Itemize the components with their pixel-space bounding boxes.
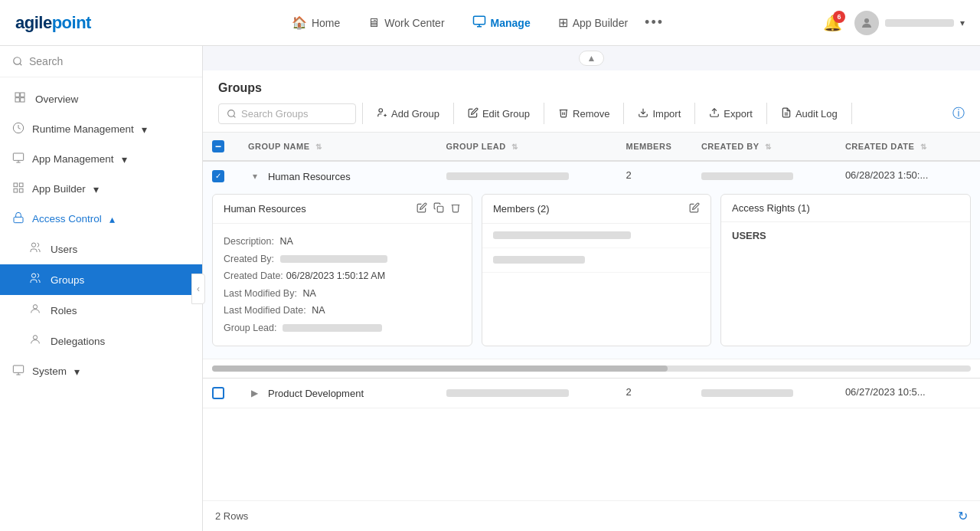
- row-checkbox[interactable]: ✓: [212, 170, 224, 182]
- group-name: Product Development: [268, 388, 364, 399]
- info-icon[interactable]: ⓘ: [952, 106, 965, 122]
- top-collapse-bar: ▲: [203, 46, 980, 70]
- delete-icon[interactable]: [450, 202, 461, 215]
- search-groups-input[interactable]: Search Groups: [218, 103, 356, 124]
- sidebar-item-overview[interactable]: Overview: [0, 84, 202, 114]
- toolbar-divider-1: [362, 103, 363, 124]
- toolbar-divider-5: [694, 103, 695, 124]
- last-modified-date-value: NA: [309, 302, 325, 320]
- col-created-date: CREATED DATE: [845, 142, 915, 151]
- sidebar-item-users[interactable]: Users: [0, 234, 202, 264]
- members-panel-title: Members (2): [493, 203, 550, 215]
- sidebar-item-system[interactable]: System ▾: [0, 356, 202, 386]
- search-label: Search: [29, 55, 63, 67]
- table-header-row: − GROUP NAME ⇅ GROUP LEAD ⇅ ME: [203, 133, 980, 161]
- sidebar-item-runtime-management[interactable]: Runtime Management ▾: [0, 114, 202, 144]
- sort-createddate-icon: ⇅: [920, 143, 927, 151]
- row-checkbox-cell[interactable]: ✓: [203, 379, 239, 408]
- row-checkbox[interactable]: ✓: [212, 387, 224, 399]
- svg-rect-12: [19, 188, 23, 192]
- access-rights-panel-header: Access Rights (1): [721, 195, 970, 222]
- logo[interactable]: agilepoint: [15, 13, 91, 33]
- row-lead-cell: [437, 161, 617, 191]
- export-button[interactable]: Export: [701, 103, 760, 124]
- sidebar-collapse-button[interactable]: ‹: [191, 274, 205, 304]
- user-menu[interactable]: ▾: [854, 11, 965, 35]
- edit-group-icon: [468, 107, 479, 120]
- th-group-name[interactable]: GROUP NAME ⇅: [239, 133, 437, 161]
- sort-lead-icon: ⇅: [511, 143, 518, 151]
- nav-home[interactable]: 🏠 Home: [281, 9, 351, 36]
- detail-cell: Human Resources: [203, 191, 980, 359]
- grid-icon: ⊞: [558, 15, 568, 30]
- th-created-date[interactable]: CREATED DATE ⇅: [836, 133, 980, 161]
- edit-group-button[interactable]: Edit Group: [460, 103, 537, 124]
- home-icon: 🏠: [292, 15, 307, 30]
- svg-point-15: [31, 274, 35, 277]
- search-icon: [12, 56, 23, 67]
- overview-label: Overview: [35, 93, 190, 105]
- audit-log-button[interactable]: Audit Log: [773, 103, 845, 124]
- nav-workcenter[interactable]: 🖥 Work Center: [357, 10, 455, 36]
- copy-icon[interactable]: [433, 202, 444, 215]
- app-builder-icon: [12, 182, 24, 196]
- row-expand-arrow[interactable]: ▾: [248, 169, 262, 183]
- notifications-button[interactable]: 🔔 6: [823, 14, 842, 32]
- members-panel-header: Members (2): [482, 195, 710, 224]
- sidebar-item-roles[interactable]: Roles: [0, 295, 202, 326]
- nav-items: 🏠 Home 🖥 Work Center Manage ⊞ App Builde…: [122, 8, 823, 38]
- row-checkbox-cell[interactable]: ✓: [203, 161, 239, 191]
- sidebar-item-app-management[interactable]: App Management ▾: [0, 144, 202, 174]
- sidebar: Search Overview Runtime Management ▾: [0, 46, 203, 531]
- runtime-icon: [12, 122, 24, 136]
- members-edit-icon[interactable]: [689, 202, 700, 215]
- user-name: [885, 19, 954, 27]
- add-group-button[interactable]: Add Group: [369, 103, 447, 124]
- sidebar-item-access-control[interactable]: Access Control ▴: [0, 204, 202, 234]
- svg-point-14: [31, 243, 35, 247]
- edit-icon[interactable]: [416, 202, 427, 215]
- nav-appbuilder[interactable]: ⊞ App Builder: [547, 9, 639, 36]
- table-detail-row: Human Resources: [203, 191, 980, 359]
- sidebar-item-groups[interactable]: Groups: [0, 264, 202, 295]
- refresh-icon[interactable]: ↻: [958, 509, 968, 523]
- row-expand-arrow[interactable]: ▶: [248, 386, 262, 400]
- sidebar-search[interactable]: Search: [0, 46, 202, 77]
- delegations-icon: [28, 333, 43, 349]
- toolbar-divider-7: [851, 103, 852, 124]
- top-collapse-button[interactable]: ▲: [579, 51, 605, 66]
- runtime-label: Runtime Management: [32, 123, 134, 135]
- created-by-blurred: [701, 389, 793, 397]
- sidebar-item-app-builder[interactable]: App Builder ▾: [0, 174, 202, 204]
- more-options-button[interactable]: •••: [645, 15, 664, 31]
- created-date: 06/28/2023 1:50:...: [845, 169, 928, 181]
- roles-label: Roles: [51, 305, 190, 316]
- th-group-lead[interactable]: GROUP LEAD ⇅: [437, 133, 617, 161]
- nav-manage[interactable]: Manage: [462, 8, 541, 38]
- th-created-by[interactable]: CREATED BY ⇅: [692, 133, 836, 161]
- row-members-cell: 2: [617, 161, 692, 191]
- svg-point-17: [33, 336, 37, 339]
- scroll-bar-row: [203, 359, 980, 379]
- select-all-checkbox[interactable]: −: [212, 140, 224, 152]
- avatar: [854, 11, 879, 35]
- group-panel-body: Description: NA Created By:: [213, 224, 472, 346]
- col-group-lead: GROUP LEAD: [446, 142, 506, 151]
- horizontal-scrollbar[interactable]: [212, 365, 971, 372]
- sidebar-item-delegations[interactable]: Delegations: [0, 326, 202, 356]
- access-rights-panel: Access Rights (1) USERS: [720, 194, 971, 346]
- search-icon: [227, 109, 237, 119]
- created-by-label: Created By:: [224, 251, 274, 268]
- import-button[interactable]: Import: [630, 103, 688, 124]
- row-lead-cell: [437, 379, 617, 408]
- remove-button[interactable]: Remove: [550, 103, 617, 124]
- groups-toolbar: Search Groups Add Group: [218, 103, 965, 124]
- th-members[interactable]: MEMBERS: [617, 133, 692, 161]
- row-members-cell: 2: [617, 379, 692, 408]
- toolbar-divider-6: [766, 103, 767, 124]
- row-createdby-cell: [692, 161, 836, 191]
- group-panel-header: Human Resources: [213, 195, 472, 224]
- th-checkbox[interactable]: −: [203, 133, 239, 161]
- last-modified-by-label: Last Modified By:: [224, 285, 297, 303]
- row-createdby-cell: [692, 379, 836, 408]
